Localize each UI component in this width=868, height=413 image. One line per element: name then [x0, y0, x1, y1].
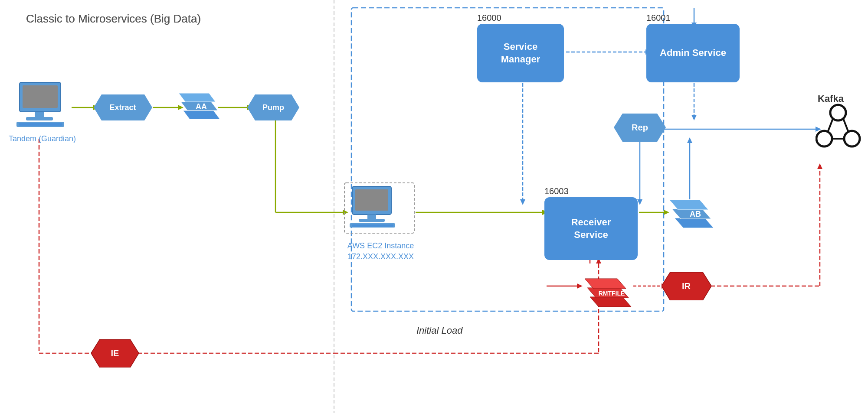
- svg-marker-26: [687, 137, 692, 143]
- svg-marker-28: [520, 199, 525, 205]
- title-label: Classic to Microservices (Big Data): [26, 12, 201, 26]
- kafka-icon: [816, 100, 861, 164]
- receiver-service-port: 16003: [544, 186, 569, 196]
- ie-node: IE: [91, 339, 139, 369]
- svg-text:RMTFILE: RMTFILE: [599, 290, 625, 297]
- svg-point-80: [830, 105, 846, 120]
- svg-text:IR: IR: [682, 281, 691, 291]
- svg-marker-55: [179, 93, 216, 102]
- ab-file-stack: AB: [666, 190, 714, 239]
- svg-marker-70: [669, 200, 708, 210]
- svg-text:AA: AA: [196, 102, 207, 111]
- ir-node: IR: [662, 272, 711, 302]
- svg-text:Pump: Pump: [262, 103, 284, 112]
- svg-rect-65: [352, 224, 393, 227]
- aws-ec2-computer: [344, 182, 417, 238]
- svg-marker-68: [675, 218, 714, 228]
- svg-rect-46: [23, 85, 58, 108]
- rmtfile-stack: RMTFILE: [581, 269, 633, 318]
- svg-rect-50: [19, 123, 62, 126]
- extract-node: Extract: [94, 94, 152, 122]
- pump-node: Pump: [247, 94, 299, 122]
- svg-point-82: [844, 131, 860, 146]
- svg-marker-74: [585, 279, 626, 289]
- svg-text:IE: IE: [111, 348, 119, 358]
- svg-rect-61: [355, 189, 388, 211]
- svg-marker-20: [691, 115, 697, 120]
- svg-marker-72: [590, 297, 631, 307]
- svg-text:Extract: Extract: [109, 103, 136, 112]
- svg-line-83: [828, 119, 833, 132]
- svg-marker-22: [637, 199, 642, 205]
- service-manager-port: 16000: [477, 13, 501, 23]
- svg-line-84: [843, 119, 848, 132]
- rep-node: Rep: [614, 114, 666, 143]
- admin-service-port: 16001: [646, 13, 671, 23]
- tandem-computer: [13, 80, 74, 132]
- aws-ec2-label: AWS EC2 Instance172.XXX.XXX.XXX: [343, 241, 419, 262]
- tandem-label: Tandem (Guardian): [9, 134, 76, 143]
- svg-rect-48: [26, 117, 53, 120]
- initial-load-label: Initial Load: [416, 325, 462, 336]
- svg-marker-53: [183, 111, 220, 119]
- kafka-label: Kafka: [818, 93, 844, 104]
- diagram: Classic to Microservices (Big Data): [0, 0, 868, 413]
- svg-text:Rep: Rep: [632, 123, 648, 132]
- admin-service-box: Admin Service: [646, 24, 740, 82]
- svg-text:AB: AB: [690, 210, 701, 218]
- service-manager-box: ServiceManager: [477, 24, 564, 82]
- svg-rect-63: [359, 219, 385, 222]
- svg-rect-47: [35, 112, 44, 118]
- receiver-service-box: ReceiverService: [544, 197, 638, 260]
- svg-point-81: [816, 131, 832, 146]
- aa-file-stack: AA: [174, 85, 220, 130]
